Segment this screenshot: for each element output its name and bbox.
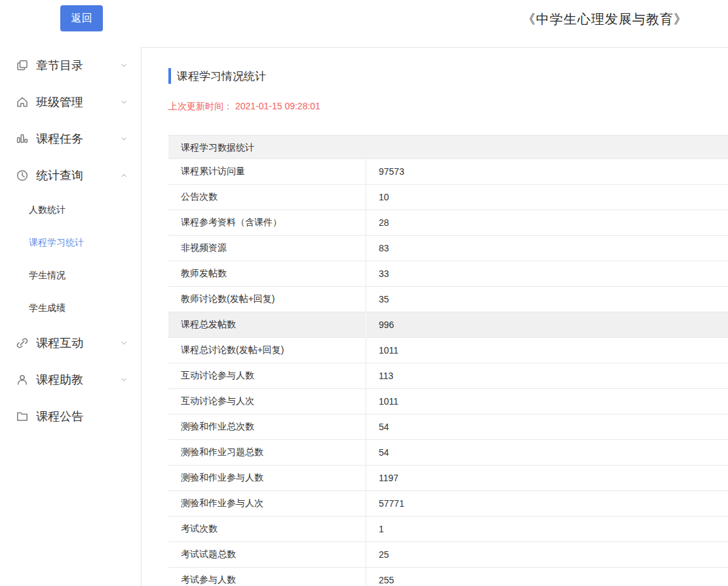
sidebar-item-3[interactable]: 统计查询	[0, 157, 141, 194]
table-row: 非视频资源83	[168, 236, 728, 261]
row-label: 教师讨论数(发帖+回复)	[168, 287, 366, 312]
chevron-down-icon	[119, 97, 129, 107]
sidebar-item-label: 课程公告	[36, 409, 129, 424]
sidebar-item-label: 课程互动	[36, 335, 119, 351]
sidebar-subitem-7[interactable]: 学生成绩	[0, 292, 141, 325]
row-value: 97573	[366, 159, 728, 184]
sidebar-item-10[interactable]: 课程公告	[0, 398, 141, 435]
bar-chart-icon	[16, 132, 29, 145]
row-label: 教师发帖数	[168, 261, 366, 286]
top-header: 返回 《中学生心理发展与教育》	[0, 0, 728, 47]
sidebar-item-2[interactable]: 课程任务	[0, 120, 141, 157]
course-stats-table: 课程学习数据统计 课程累计访问量97573公告次数10课程参考资料（含课件）28…	[168, 135, 728, 586]
chevron-down-icon	[119, 60, 129, 71]
home-icon	[16, 96, 29, 109]
sidebar-item-label: 章节目录	[36, 58, 119, 73]
chapters-icon	[16, 59, 29, 72]
row-label: 测验和作业参与人次	[168, 491, 366, 516]
table-row: 课程总发帖数996	[168, 312, 728, 338]
table-row: 教师发帖数33	[168, 261, 728, 287]
back-button[interactable]: 返回	[60, 5, 103, 31]
title-accent-bar	[168, 68, 171, 84]
row-value: 35	[366, 287, 728, 312]
row-value: 113	[366, 363, 728, 388]
link-icon	[16, 337, 29, 350]
sidebar-item-label: 课程任务	[36, 131, 119, 147]
sidebar-item-0[interactable]: 章节目录	[0, 47, 141, 84]
row-value: 25	[366, 542, 728, 567]
sidebar-item-8[interactable]: 课程互动	[0, 325, 141, 361]
table-row: 测验和作业参与人次57771	[168, 491, 728, 517]
main-panel: 课程学习情况统计 上次更新时间： 2021-01-15 09:28:01 课程学…	[141, 47, 728, 586]
row-label: 测验和作业总次数	[168, 414, 366, 439]
chevron-up-icon	[119, 170, 129, 181]
table-row: 课程参考资料（含课件）28	[168, 210, 728, 236]
page-title-row: 课程学习情况统计	[168, 68, 728, 84]
sidebar: 章节目录班级管理课程任务统计查询人数统计课程学习统计学生情况学生成绩课程互动课程…	[0, 47, 141, 586]
row-label: 课程参考资料（含课件）	[168, 210, 366, 235]
clock-icon	[16, 169, 29, 182]
table-row: 测验和作业总次数54	[168, 414, 728, 440]
row-label: 考试试题总数	[168, 542, 366, 567]
sidebar-subitem-5[interactable]: 课程学习统计	[0, 227, 141, 259]
row-value: 1	[366, 517, 728, 541]
sidebar-item-9[interactable]: 课程助教	[0, 361, 141, 398]
row-label: 课程总讨论数(发帖+回复)	[168, 338, 366, 363]
row-value: 1197	[366, 466, 728, 490]
row-label: 非视频资源	[168, 236, 366, 261]
row-label: 互动讨论参与人数	[168, 363, 366, 388]
row-value: 28	[366, 210, 728, 235]
table-row: 课程累计访问量97573	[168, 159, 728, 185]
page-title: 课程学习情况统计	[177, 69, 266, 84]
table-row: 考试参与人数255	[168, 568, 728, 586]
table-row: 考试试题总数25	[168, 542, 728, 568]
sidebar-item-1[interactable]: 班级管理	[0, 84, 141, 120]
row-value: 10	[366, 185, 728, 210]
table-row: 公告次数10	[168, 185, 728, 210]
sidebar-subitem-6[interactable]: 学生情况	[0, 259, 141, 292]
folder-icon	[16, 410, 29, 423]
row-value: 255	[366, 568, 728, 586]
row-value: 57771	[366, 491, 728, 516]
user-icon	[16, 373, 29, 386]
chevron-down-icon	[119, 134, 129, 144]
sidebar-item-label: 统计查询	[36, 168, 119, 183]
table-row: 互动讨论参与人次1011	[168, 389, 728, 414]
row-value: 1011	[366, 338, 728, 363]
last-update-time: 上次更新时间： 2021-01-15 09:28:01	[168, 101, 728, 113]
sidebar-subitem-4[interactable]: 人数统计	[0, 194, 141, 227]
chevron-down-icon	[119, 375, 129, 385]
row-value: 33	[366, 261, 728, 286]
table-row: 测验和作业参与人数1197	[168, 466, 728, 491]
row-value: 996	[366, 312, 728, 337]
row-label: 考试参与人数	[168, 568, 366, 586]
row-value: 83	[366, 236, 728, 261]
table-row: 考试次数1	[168, 517, 728, 542]
row-label: 课程总发帖数	[168, 312, 366, 337]
chevron-down-icon	[119, 338, 129, 348]
table-row: 课程总讨论数(发帖+回复)1011	[168, 338, 728, 363]
table-body: 课程累计访问量97573公告次数10课程参考资料（含课件）28非视频资源83教师…	[168, 159, 728, 586]
row-label: 互动讨论参与人次	[168, 389, 366, 414]
table-row: 互动讨论参与人数113	[168, 363, 728, 389]
row-label: 测验和作业参与人数	[168, 466, 366, 490]
row-label: 公告次数	[168, 185, 366, 210]
course-title: 《中学生心理发展与教育》	[522, 10, 687, 28]
table-row: 教师讨论数(发帖+回复)35	[168, 287, 728, 312]
row-value: 54	[366, 440, 728, 465]
sidebar-item-label: 课程助教	[36, 372, 119, 388]
row-label: 测验和作业习题总数	[168, 440, 366, 465]
row-value: 54	[366, 414, 728, 439]
row-label: 考试次数	[168, 517, 366, 541]
table-caption: 课程学习数据统计	[168, 136, 728, 159]
table-row: 测验和作业习题总数54	[168, 440, 728, 466]
row-value: 1011	[366, 389, 728, 414]
row-label: 课程累计访问量	[168, 159, 366, 184]
sidebar-item-label: 班级管理	[36, 94, 119, 110]
